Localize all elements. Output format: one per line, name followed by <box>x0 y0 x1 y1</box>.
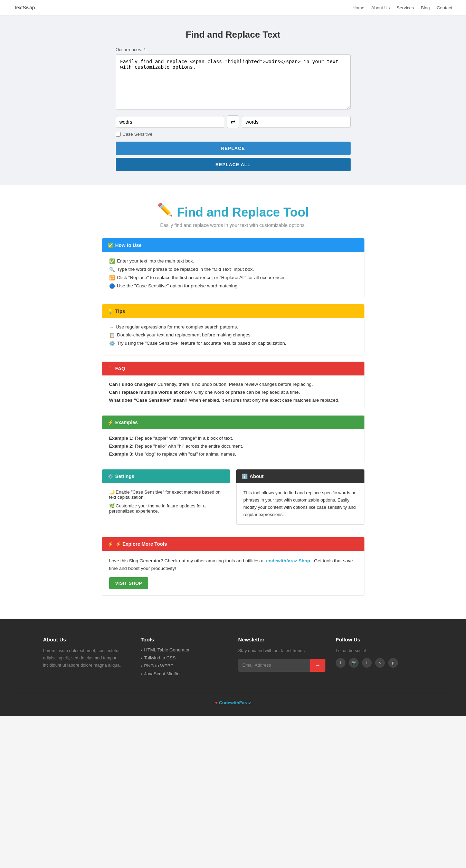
explore-card: ⚡ ⚡ Explore More Tools Love this Slug Ge… <box>102 537 364 595</box>
replace-button[interactable]: REPLACE <box>116 142 351 155</box>
list-item: Tailwind to CSS <box>141 655 228 660</box>
about-header: ℹ️ About <box>236 469 364 483</box>
nav-about[interactable]: About Us <box>371 5 390 10</box>
tool-link-3[interactable]: PNG to WEBP <box>144 663 173 668</box>
list-item: 🔁Click "Replace" to replace the first oc… <box>109 275 357 280</box>
examples-label: Examples <box>115 420 138 425</box>
how-to-use-label: How to Use <box>115 242 142 248</box>
case-sensitive-row: Case Sensitive <box>116 132 351 137</box>
settings-item-2: 🌿 Customize your theme in future updates… <box>109 503 223 514</box>
item-icon: 🔍 <box>109 267 115 272</box>
hero-tool-section: Find and Replace Text Occurrences: 1 Eas… <box>0 16 466 185</box>
how-to-use-card: ✅ How to Use ✅Enter your text into the m… <box>102 238 364 298</box>
nav-contact[interactable]: Contact <box>437 5 452 10</box>
info-section: ✏️ Find and Replace Tool Easily find and… <box>0 185 466 619</box>
email-row: → <box>238 659 326 672</box>
info-header: ✏️ Find and Replace Tool Easily find and… <box>102 202 364 228</box>
email-submit-button[interactable]: → <box>310 659 325 672</box>
footer-brand-link[interactable]: CodewithFaraz <box>219 700 251 705</box>
footer-about-title: About Us <box>43 637 131 642</box>
about-card: ℹ️ About This tool allows you to find an… <box>236 469 364 525</box>
nav-services[interactable]: Services <box>397 5 414 10</box>
pinterest-icon[interactable]: p <box>388 658 398 668</box>
tips-header: 💡 Tips <box>102 304 364 318</box>
examples-icon: ⚡ <box>107 420 113 425</box>
item-text: Type the word or phrase to be replaced i… <box>117 267 254 272</box>
replace-row: ⇄ <box>116 115 351 128</box>
about-text: This tool allows you to find and replace… <box>244 489 357 518</box>
nav-home[interactable]: Home <box>352 5 364 10</box>
two-col-row: ⚙️ Settings 🌙 Enable "Case Sensitive" fo… <box>102 469 364 531</box>
footer-newsletter-col: Newsletter Stay updated with our latest … <box>238 637 326 679</box>
example-3: Example 3: Use "dog" to replace with "ca… <box>109 451 357 457</box>
examples-card: ⚡ Examples Example 1: Replace "apple" wi… <box>102 416 364 463</box>
tips-card: 💡 Tips →Use regular expressions for more… <box>102 304 364 355</box>
settings-body: 🌙 Enable "Case Sensitive" for exact matc… <box>102 483 230 520</box>
settings-item-1: 🌙 Enable "Case Sensitive" for exact matc… <box>109 489 223 500</box>
nav-links: Home About Us Services Blog Contact <box>352 5 452 10</box>
social-icons: f 📷 t ⌥ p <box>336 658 423 668</box>
find-input[interactable] <box>116 116 225 128</box>
example-1: Example 1: Replace "apple" with "orange"… <box>109 436 357 441</box>
how-to-use-header: ✅ How to Use <box>102 238 364 252</box>
tool-link-2[interactable]: Tailwind to CSS <box>144 655 175 660</box>
item-icon: 📋 <box>109 332 115 338</box>
example-2: Example 2: Replace "hello" with "hi" acr… <box>109 443 357 449</box>
explore-body: Love this Slug Generator? Check out my o… <box>102 551 364 595</box>
list-item: 🔍Type the word or phrase to be replaced … <box>109 267 357 272</box>
tool-link-1[interactable]: HTML Table Generator <box>144 647 190 652</box>
email-input[interactable] <box>238 659 311 672</box>
main-textarea[interactable]: Easily find and replace <span class="hig… <box>116 54 351 109</box>
nav-brand: TextSwap. <box>14 5 36 10</box>
replace-input[interactable] <box>242 116 351 128</box>
item-icon: ✅ <box>109 258 115 264</box>
faq-header: ❓ FAQ <box>102 362 364 375</box>
faq-item-1: Can I undo changes? Currently, there is … <box>109 382 357 387</box>
navbar: TextSwap. Home About Us Services Blog Co… <box>0 0 466 16</box>
examples-header: ⚡ Examples <box>102 416 364 429</box>
visit-shop-button[interactable]: VISIT SHOP <box>109 577 149 589</box>
about-icon: ℹ️ <box>242 474 248 479</box>
list-item: 📋Double-check your text and replacement … <box>109 332 357 338</box>
settings-header: ⚙️ Settings <box>102 469 230 483</box>
nav-blog[interactable]: Blog <box>421 5 430 10</box>
item-text: Enter your text into the main text box. <box>117 258 194 264</box>
footer-about-text: Lorem ipsum dolor sit amet, consectetur … <box>43 647 131 669</box>
twitter-icon[interactable]: t <box>362 658 372 668</box>
newsletter-text: Stay updated with our latest trends <box>238 647 326 655</box>
list-item: →Use regular expressions for more comple… <box>109 324 357 330</box>
footer: About Us Lorem ipsum dolor sit amet, con… <box>0 619 466 716</box>
footer-about-col: About Us Lorem ipsum dolor sit amet, con… <box>43 637 131 679</box>
footer-bottom: ♥ CodewithFaraz <box>14 693 452 705</box>
explore-link[interactable]: codewithfaraz Shop <box>266 558 310 563</box>
about-label: About <box>250 474 264 479</box>
faq-label: FAQ <box>115 366 125 371</box>
faq-item-3: What does "Case Sensitive" mean? When en… <box>109 398 357 403</box>
item-text: Use regular expressions for more complex… <box>116 324 238 330</box>
let-social-text: Let us be social <box>336 647 423 655</box>
swap-button[interactable]: ⇄ <box>227 115 239 128</box>
tool-link-4[interactable]: JavaScript Minifier <box>144 671 181 676</box>
footer-newsletter-title: Newsletter <box>238 637 326 642</box>
info-subtitle: Easily find and replace words in your te… <box>102 222 364 228</box>
list-item: ⚙️Try using the "Case Sensitive" feature… <box>109 341 357 346</box>
faq-card: ❓ FAQ Can I undo changes? Currently, the… <box>102 362 364 409</box>
tips-icon: 💡 <box>107 308 113 314</box>
footer-grid: About Us Lorem ipsum dolor sit amet, con… <box>43 637 423 679</box>
footer-tools-col: Tools HTML Table Generator Tailwind to C… <box>141 637 228 679</box>
replace-all-button[interactable]: REPLACE ALL <box>116 158 351 171</box>
item-icon: 🔁 <box>109 275 115 280</box>
instagram-icon[interactable]: 📷 <box>349 658 359 668</box>
tips-label: Tips <box>115 308 125 314</box>
footer-tools-list: HTML Table Generator Tailwind to CSS PNG… <box>141 647 228 676</box>
examples-body: Example 1: Replace "apple" with "orange"… <box>102 429 364 463</box>
footer-follow-col: Follow Us Let us be social f 📷 t ⌥ p <box>336 637 423 679</box>
case-sensitive-checkbox[interactable] <box>116 132 121 137</box>
list-item: 🔵Use the "Case Sensitive" option for pre… <box>109 283 357 289</box>
faq-body: Can I undo changes? Currently, there is … <box>102 375 364 409</box>
faq-item-2: Can I replace multiple words at once? On… <box>109 390 357 395</box>
footer-follow-title: Follow Us <box>336 637 423 642</box>
facebook-icon[interactable]: f <box>336 658 345 668</box>
github-icon[interactable]: ⌥ <box>375 658 385 668</box>
explore-text: Love this Slug Generator? Check out my o… <box>109 557 357 572</box>
